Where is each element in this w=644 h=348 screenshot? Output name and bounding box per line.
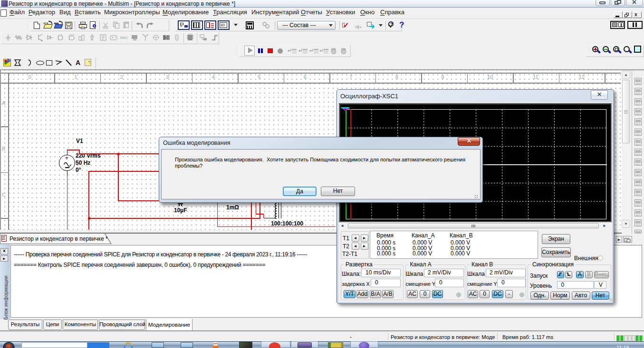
svg-text:TTL: TTL <box>59 34 63 36</box>
svg-text:0v: 0v <box>90 38 93 41</box>
svg-text:CMOS: CMOS <box>69 34 75 36</box>
svg-text:MISC: MISC <box>120 36 128 39</box>
svg-text:MCU: MCU <box>188 34 192 35</box>
